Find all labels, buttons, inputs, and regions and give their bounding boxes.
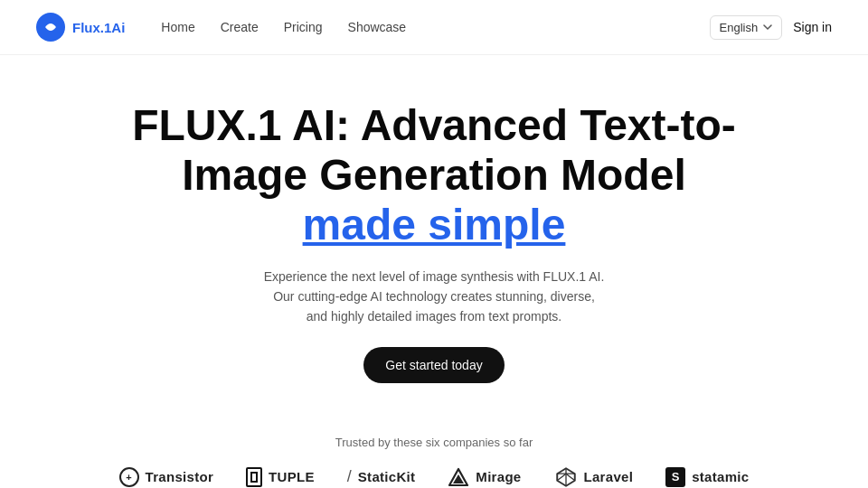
nav-create[interactable]: Create — [221, 20, 259, 34]
hero-section: FLUX.1 AI: Advanced Text-to-Image Genera… — [0, 55, 868, 410]
mirage-name: Mirage — [476, 469, 521, 484]
brand-logos: + Transistor TUPLE / StaticKit Mirage — [18, 465, 850, 488]
hero-headline: FLUX.1 AI: Advanced Text-to-Image Genera… — [118, 100, 750, 250]
statamic-name: statamic — [692, 469, 749, 484]
brand-tuple: TUPLE — [246, 467, 315, 487]
brand-laravel: Laravel — [554, 465, 634, 488]
hero-headline-main: FLUX.1 AI: Advanced Text-to-Image Genera… — [132, 101, 736, 199]
brand-statickit: / StaticKit — [347, 467, 416, 486]
logo-text: Flux.1Ai — [72, 20, 125, 35]
nav-links: Home Create Pricing Showcase — [161, 20, 709, 34]
navbar: Flux.1Ai Home Create Pricing Showcase En… — [0, 0, 868, 55]
logo[interactable]: Flux.1Ai — [36, 13, 125, 42]
transistor-name: Transistor — [146, 469, 214, 484]
tuple-icon — [246, 467, 262, 487]
nav-right: English Sign in — [710, 15, 832, 40]
language-selector[interactable]: English — [710, 15, 783, 40]
statickit-name: StaticKit — [358, 469, 416, 484]
nav-showcase[interactable]: Showcase — [348, 20, 407, 34]
sign-in-button[interactable]: Sign in — [793, 20, 832, 34]
cta-button[interactable]: Get started today — [363, 347, 504, 383]
nav-pricing[interactable]: Pricing — [284, 20, 323, 34]
nav-home[interactable]: Home — [161, 20, 194, 34]
transistor-icon: + — [119, 467, 139, 487]
trusted-section: Trusted by these six companies so far + … — [0, 410, 868, 488]
trusted-label: Trusted by these six companies so far — [18, 436, 850, 449]
mirage-icon — [448, 467, 469, 487]
laravel-name: Laravel — [584, 469, 634, 484]
brand-mirage: Mirage — [448, 467, 521, 487]
brand-statamic: S statamic — [665, 467, 749, 487]
hero-headline-accent: made simple — [303, 201, 566, 249]
brand-transistor: + Transistor — [119, 467, 214, 487]
laravel-icon — [554, 465, 578, 488]
hero-description: Experience the next level of image synth… — [262, 267, 606, 327]
statamic-icon: S — [665, 467, 685, 487]
tuple-name: TUPLE — [269, 469, 315, 484]
statickit-icon: / — [347, 467, 352, 486]
